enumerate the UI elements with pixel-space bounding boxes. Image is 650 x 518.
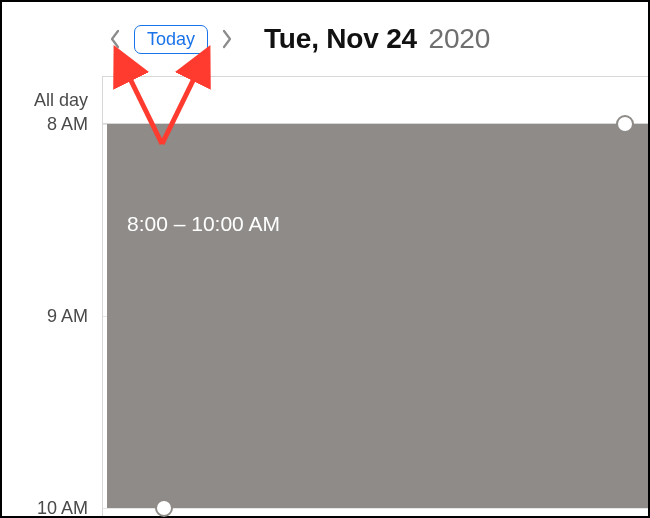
time-gutter: All day 8 AM 9 AM 10 AM bbox=[2, 76, 102, 516]
chevron-right-icon bbox=[221, 29, 233, 49]
hour-gridline bbox=[103, 508, 648, 509]
all-day-row[interactable] bbox=[103, 76, 648, 124]
day-grid[interactable]: 8:00 – 10:00 AM bbox=[102, 76, 648, 516]
current-date-title: Tue, Nov 24 2020 bbox=[264, 23, 490, 55]
prev-day-button[interactable] bbox=[102, 24, 128, 54]
chevron-left-icon bbox=[109, 29, 121, 49]
hour-label: 9 AM bbox=[47, 306, 88, 327]
event-resize-handle-top[interactable] bbox=[616, 115, 634, 133]
current-date-year: 2020 bbox=[429, 23, 491, 54]
all-day-label: All day bbox=[34, 90, 88, 111]
next-day-button[interactable] bbox=[214, 24, 240, 54]
hour-label: 10 AM bbox=[37, 498, 88, 519]
event-resize-handle-bottom[interactable] bbox=[155, 499, 173, 517]
current-date-main: Tue, Nov 24 bbox=[264, 23, 417, 54]
today-button[interactable]: Today bbox=[134, 25, 208, 54]
calendar-event[interactable]: 8:00 – 10:00 AM bbox=[107, 124, 648, 508]
event-time-label: 8:00 – 10:00 AM bbox=[127, 212, 280, 235]
date-nav-toolbar: Today Tue, Nov 24 2020 bbox=[2, 2, 648, 76]
app-window: Today Tue, Nov 24 2020 All day 8 AM 9 AM… bbox=[0, 0, 650, 518]
hour-label: 8 AM bbox=[47, 114, 88, 135]
